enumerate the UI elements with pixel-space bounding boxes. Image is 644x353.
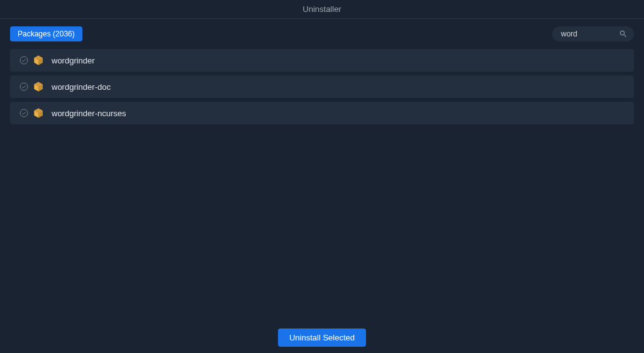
- uninstall-selected-button[interactable]: Uninstall Selected: [278, 329, 366, 347]
- bottom-bar: Uninstall Selected: [0, 329, 644, 347]
- package-row[interactable]: wordgrinder: [10, 49, 634, 72]
- package-box-icon: [33, 55, 44, 66]
- package-name-label: wordgrinder-doc: [52, 82, 111, 92]
- package-row[interactable]: wordgrinder-ncurses: [10, 102, 634, 124]
- svg-point-2: [20, 109, 28, 117]
- packages-tab-button[interactable]: Packages (2036): [10, 26, 82, 41]
- package-box-icon: [33, 107, 44, 119]
- search-box: [552, 26, 634, 41]
- package-list: wordgrinder wordgrinder-doc wordgrinder-…: [0, 44, 644, 133]
- check-circle-icon[interactable]: [19, 82, 29, 92]
- check-circle-icon[interactable]: [19, 108, 29, 118]
- svg-point-1: [20, 83, 28, 90]
- package-box-icon: [33, 81, 44, 92]
- search-icon: [619, 30, 628, 38]
- package-name-label: wordgrinder: [52, 56, 95, 65]
- window-title: Uninstaller: [303, 4, 341, 14]
- titlebar: Uninstaller: [0, 0, 644, 19]
- check-circle-icon[interactable]: [19, 55, 29, 65]
- package-row[interactable]: wordgrinder-doc: [10, 75, 634, 98]
- toolbar: Packages (2036): [0, 24, 644, 44]
- package-name-label: wordgrinder-ncurses: [52, 109, 126, 118]
- svg-point-0: [20, 57, 28, 64]
